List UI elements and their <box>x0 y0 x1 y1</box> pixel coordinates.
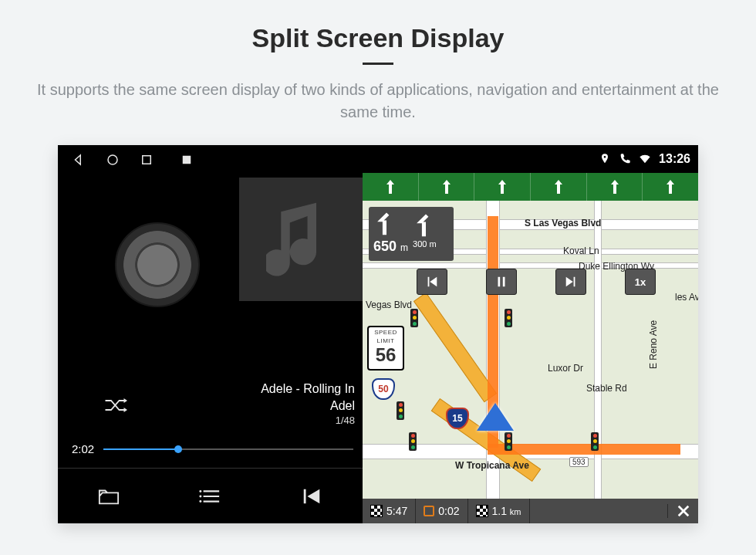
checkered-flag-icon <box>370 505 383 517</box>
nav-next-button[interactable] <box>555 269 586 295</box>
street-label: S Las Vegas Blvd <box>525 218 601 228</box>
traffic-light-icon <box>591 432 599 451</box>
lane-4 <box>531 173 587 201</box>
elapsed-time: 2:02 <box>72 442 94 455</box>
street-label: les Ave <box>675 292 698 303</box>
music-panel: Adele - Rolling In Adel 1/48 2:02 <box>58 145 363 523</box>
street-label: Stable Rd <box>586 383 627 394</box>
street-label: W Tropicana Ave <box>455 460 529 471</box>
nav-pause-button[interactable] <box>486 269 517 295</box>
device-frame: Adele - Rolling In Adel 1/48 2:02 <box>58 145 698 523</box>
screenshot-icon[interactable] <box>181 154 192 165</box>
svg-point-3 <box>200 489 202 492</box>
clock: 13:26 <box>659 152 690 166</box>
traffic-light-icon <box>410 309 418 327</box>
duration-cell[interactable]: 0:02 <box>416 499 467 523</box>
traffic-light-icon <box>505 309 512 327</box>
lane-3 <box>474 173 531 201</box>
lane-5 <box>587 173 643 201</box>
nav-bottom-bar: 5:47 0:02 1.1 km <box>363 499 698 523</box>
progress-row: 2:02 <box>72 442 353 455</box>
fuel-icon <box>424 506 434 516</box>
close-button[interactable] <box>667 504 698 518</box>
record-disc[interactable] <box>115 222 200 307</box>
checkered-flag-icon <box>476 505 488 517</box>
page-subtitle: It supports the same screen display of t… <box>31 79 725 124</box>
nav-speed-button[interactable]: 1x <box>625 269 656 295</box>
folder-icon[interactable] <box>98 487 120 506</box>
traffic-light-icon <box>505 432 512 451</box>
route-shield-50: 50 <box>372 378 395 400</box>
track-info: Adele - Rolling In Adel 1/48 <box>261 381 355 428</box>
navigation-panel: 13:26 S Las Vegas Blvd Ko <box>363 145 698 523</box>
address-bubble: 593 <box>569 457 589 467</box>
music-controls <box>58 468 363 523</box>
page-title: Split Screen Display <box>0 0 756 53</box>
street-label: E Reno Ave <box>648 320 659 369</box>
nav-prev-button[interactable] <box>417 269 447 295</box>
svg-point-4 <box>200 495 202 497</box>
svg-point-5 <box>200 500 202 503</box>
turn-instruction: 650 m 300 m <box>369 207 454 261</box>
distance-cell[interactable]: 1.1 km <box>468 499 530 523</box>
svg-rect-2 <box>183 156 191 164</box>
title-underline <box>363 63 393 65</box>
track-artist: Adel <box>261 398 355 415</box>
music-note-icon <box>266 201 336 278</box>
speed-limit-sign: SPEED LIMIT 56 <box>367 326 404 371</box>
lane-2 <box>419 173 475 201</box>
progress-handle[interactable] <box>174 445 182 453</box>
recent-icon[interactable] <box>140 153 154 167</box>
traffic-light-icon <box>397 401 404 420</box>
music-art-zone: Adele - Rolling In Adel 1/48 2:02 <box>58 174 363 468</box>
shuffle-icon[interactable] <box>104 397 127 414</box>
location-icon <box>599 153 611 165</box>
svg-point-0 <box>108 155 117 164</box>
eta-cell[interactable]: 5:47 <box>363 499 416 523</box>
street-label: Luxor Dr <box>548 363 583 374</box>
back-icon[interactable] <box>72 153 86 167</box>
street-label: Koval Ln <box>563 245 599 256</box>
lane-6 <box>643 173 698 201</box>
track-index: 1/48 <box>261 414 355 428</box>
vehicle-position-icon <box>477 403 514 431</box>
android-nav-bar <box>58 145 363 174</box>
track-title: Adele - Rolling In <box>261 381 355 398</box>
playlist-icon[interactable] <box>199 487 221 506</box>
album-art-placeholder <box>239 178 363 301</box>
progress-bar[interactable] <box>103 448 353 450</box>
nav-status-bar: 13:26 <box>363 145 698 173</box>
turn-left-icon <box>373 210 400 236</box>
lane-1 <box>363 173 419 201</box>
close-icon <box>677 504 690 518</box>
street-label: Vegas Blvd <box>366 299 412 310</box>
previous-track-icon[interactable] <box>301 487 322 506</box>
wifi-icon <box>639 153 651 165</box>
phone-icon <box>619 153 631 165</box>
svg-rect-1 <box>143 156 151 164</box>
turn-right-icon <box>413 212 439 238</box>
map-canvas[interactable]: S Las Vegas Blvd Koval Ln Duke Ellington… <box>363 201 698 499</box>
lane-guidance <box>363 173 698 201</box>
traffic-light-icon <box>409 432 417 451</box>
home-icon[interactable] <box>106 153 120 167</box>
